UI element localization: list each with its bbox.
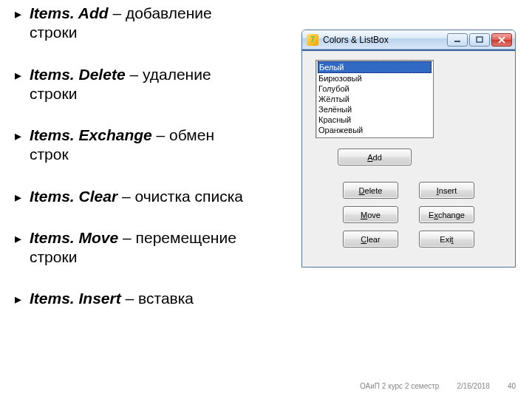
client-area: Белый Бирюзовый Голубой Жёлтый Зелёный К… <box>302 50 515 267</box>
bullet-desc: – удаление <box>126 66 211 83</box>
bullet-method: Items. Insert <box>30 290 121 307</box>
bullet-item: Items. Insert – вставка <box>15 289 266 308</box>
bullet-method: Items. Clear <box>30 188 117 205</box>
maximize-icon <box>476 36 483 44</box>
footer-course: ОАиП 2 курс 2 семестр <box>360 382 439 390</box>
bullet-method: Items. Move <box>30 229 118 246</box>
bullet-rest: строки <box>30 248 77 265</box>
list-item[interactable]: Оранжевый <box>318 125 431 135</box>
bullet-desc: – добавление <box>109 4 212 21</box>
list-item[interactable]: Жёлтый <box>318 94 431 104</box>
svg-rect-1 <box>477 37 482 42</box>
footer-page: 40 <box>508 382 516 390</box>
list-item[interactable]: Белый <box>318 61 432 73</box>
maximize-button[interactable] <box>469 33 490 47</box>
add-button[interactable]: Add <box>338 149 412 166</box>
bullet-method: Items. Add <box>30 4 109 21</box>
close-icon <box>498 36 505 44</box>
bullet-desc: – обмен <box>152 126 214 143</box>
insert-button[interactable]: Insert <box>419 182 474 199</box>
exit-button[interactable]: Exit <box>419 231 474 248</box>
move-button[interactable]: Move <box>343 206 398 223</box>
list-item[interactable]: Бирюзовый <box>318 73 431 83</box>
list-item[interactable]: Красный <box>318 115 431 125</box>
list-item[interactable]: Зелёный <box>318 104 431 115</box>
bullet-item: Items. Delete – удалениестроки <box>15 65 266 104</box>
bullet-method: Items. Exchange <box>30 126 152 143</box>
titlebar[interactable]: 7 Colors & ListBox <box>302 30 515 50</box>
app-window: 7 Colors & ListBox Белый Бирюзовый Голуб… <box>301 30 516 267</box>
footer-date: 2/16/2018 <box>457 382 490 390</box>
clear-button[interactable]: Clear <box>343 231 398 248</box>
slide-footer: ОАиП 2 курс 2 семестр 2/16/2018 40 <box>360 382 516 390</box>
bullet-rest: строки <box>30 24 77 41</box>
bullet-item: Items. Move – перемещениестроки <box>15 228 266 267</box>
bullet-desc: – вставка <box>121 290 194 307</box>
delete-button[interactable]: Delete <box>343 182 398 199</box>
bullet-list: Items. Add – добавлениестроки Items. Del… <box>15 4 266 331</box>
window-title: Colors & ListBox <box>323 35 447 45</box>
bullet-item: Items. Clear – очистка списка <box>15 187 266 206</box>
bullet-item: Items. Exchange – обменстрок <box>15 126 266 165</box>
bullet-desc: – очистка списка <box>117 188 243 205</box>
colors-listbox[interactable]: Белый Бирюзовый Голубой Жёлтый Зелёный К… <box>316 60 434 138</box>
minimize-icon <box>454 36 461 44</box>
bullet-rest: строк <box>30 146 69 163</box>
bullet-desc: – перемещение <box>118 229 236 246</box>
close-button[interactable] <box>491 33 512 47</box>
bullet-rest: строки <box>30 85 77 102</box>
list-item[interactable]: Голубой <box>318 83 431 94</box>
bullet-method: Items. Delete <box>30 66 126 83</box>
minimize-button[interactable] <box>447 33 468 47</box>
exchange-button[interactable]: Exchange <box>419 206 474 223</box>
bullet-item: Items. Add – добавлениестроки <box>15 4 266 43</box>
app-icon: 7 <box>307 34 318 46</box>
